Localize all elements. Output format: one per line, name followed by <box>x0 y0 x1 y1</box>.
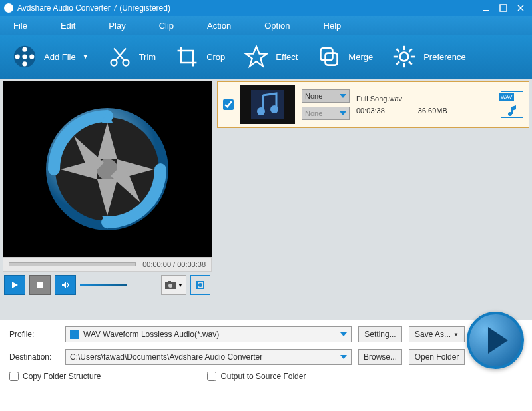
file-name: Full Song.wav <box>356 95 494 103</box>
merge-label: Merge <box>348 52 373 62</box>
music-note-icon <box>251 90 284 119</box>
toolbar: Add File ▼ Trim Crop Effect Merge Prefer… <box>0 35 532 79</box>
menu-play[interactable]: Play <box>109 21 125 31</box>
player-controls: ▼ <box>3 272 212 298</box>
camera-icon <box>164 280 176 290</box>
chevron-down-icon <box>340 332 347 336</box>
chevron-down-icon <box>340 94 346 98</box>
svg-point-17 <box>400 53 409 61</box>
svg-rect-1 <box>500 5 507 11</box>
crop-label: Crop <box>206 52 225 62</box>
trim-button[interactable]: Trim <box>107 44 156 69</box>
timeline[interactable]: 00:00:00 / 00:03:38 <box>3 257 212 272</box>
format-badge: WAV <box>499 93 514 101</box>
output-source-input[interactable] <box>207 372 216 381</box>
crop-button[interactable]: Crop <box>174 44 225 69</box>
preview-video <box>3 81 212 257</box>
gear-icon <box>392 44 417 69</box>
svg-point-7 <box>22 61 27 66</box>
volume-button[interactable] <box>55 275 76 295</box>
preference-button[interactable]: Preference <box>392 44 466 69</box>
menu-clip[interactable]: Clip <box>159 21 174 31</box>
file-duration: 00:03:38 <box>356 107 385 115</box>
effect-button[interactable]: Effect <box>244 44 298 69</box>
app-icon <box>4 3 13 13</box>
profile-label: Profile: <box>9 330 59 339</box>
menu-bar: File Edit Play Clip Action Option Help <box>0 16 532 35</box>
preview-pane: 00:00:00 / 00:03:38 ▼ <box>0 79 214 320</box>
menu-edit[interactable]: Edit <box>61 21 75 31</box>
profile-select[interactable]: WAV Waveform Lossless Audio(*.wav) <box>65 326 352 342</box>
file-list-pane: None None Full Song.wav 00:03:38 36.69MB… <box>214 79 532 320</box>
copy-folder-input[interactable] <box>9 372 19 381</box>
setting-label: Setting... <box>364 330 396 339</box>
maximize-button[interactable] <box>496 3 511 13</box>
content-area: 00:00:00 / 00:03:38 ▼ <box>0 79 532 320</box>
copy-folder-checkbox[interactable]: Copy Folder Structure <box>9 372 101 381</box>
output-source-label: Output to Source Folder <box>220 372 306 381</box>
svg-line-24 <box>409 49 412 52</box>
svg-marker-14 <box>246 47 267 67</box>
star-icon <box>244 44 269 69</box>
svg-point-8 <box>15 54 20 59</box>
chevron-down-icon: ▼ <box>453 332 459 338</box>
browse-button[interactable]: Browse... <box>358 349 402 365</box>
minimize-button[interactable] <box>479 3 493 13</box>
preference-label: Preference <box>423 52 466 62</box>
file-option-dropdown-1[interactable]: None <box>302 89 350 103</box>
scissors-icon <box>107 44 133 69</box>
bottom-panel: Profile: WAV Waveform Lossless Audio(*.w… <box>0 320 532 385</box>
play-button[interactable] <box>4 275 25 295</box>
add-file-label: Add File <box>44 52 76 62</box>
svg-point-10 <box>111 60 117 66</box>
volume-slider[interactable] <box>80 284 127 286</box>
file-row[interactable]: None None Full Song.wav 00:03:38 36.69MB… <box>217 81 529 128</box>
svg-line-12 <box>115 48 125 60</box>
destination-select[interactable]: C:\Users\fawad\Documents\Avdshare Audio … <box>65 349 352 365</box>
setting-button[interactable]: Setting... <box>358 326 402 342</box>
fullscreen-button[interactable] <box>190 275 210 295</box>
convert-button[interactable] <box>467 312 524 369</box>
svg-rect-32 <box>37 282 43 288</box>
svg-marker-33 <box>62 282 66 288</box>
stop-button[interactable] <box>29 275 51 295</box>
profile-value: WAV Waveform Lossless Audio(*.wav) <box>83 330 219 339</box>
file-checkbox[interactable] <box>223 99 234 110</box>
title-bar: Avdshare Audio Converter 7 (Unregistered… <box>0 0 532 16</box>
add-file-button[interactable]: Add File ▼ <box>12 44 89 69</box>
film-reel-icon <box>12 44 37 69</box>
chevron-down-icon: ▼ <box>83 53 89 60</box>
close-button[interactable] <box>513 3 528 13</box>
menu-action[interactable]: Action <box>207 21 231 31</box>
menu-file[interactable]: File <box>13 21 27 31</box>
play-triangle-icon <box>488 327 508 354</box>
svg-marker-31 <box>12 282 18 288</box>
seek-bar[interactable] <box>9 262 136 266</box>
trim-label: Trim <box>139 52 156 62</box>
save-as-button[interactable]: Save As...▼ <box>409 326 465 342</box>
svg-point-6 <box>22 47 27 52</box>
audio-file-icon <box>505 104 519 117</box>
svg-rect-0 <box>483 10 489 11</box>
svg-line-13 <box>114 48 124 60</box>
svg-point-35 <box>168 284 172 288</box>
snapshot-button[interactable]: ▼ <box>161 275 186 295</box>
merge-button[interactable]: Merge <box>316 44 373 69</box>
browse-label: Browse... <box>364 352 397 362</box>
output-source-checkbox[interactable]: Output to Source Folder <box>207 372 306 381</box>
crop-icon <box>174 44 200 69</box>
svg-point-5 <box>22 54 27 59</box>
format-icon: WAV <box>501 91 523 118</box>
dd2-label: None <box>305 109 322 117</box>
merge-icon <box>316 44 342 69</box>
time-display: 00:00:00 / 00:03:38 <box>142 260 206 268</box>
file-option-dropdown-2[interactable]: None <box>302 107 350 120</box>
svg-line-22 <box>397 49 400 52</box>
effect-label: Effect <box>276 52 298 62</box>
file-size: 36.69MB <box>418 107 447 115</box>
svg-line-25 <box>397 61 400 65</box>
menu-help[interactable]: Help <box>324 21 342 31</box>
open-folder-button[interactable]: Open Folder <box>409 349 465 365</box>
destination-value: C:\Users\fawad\Documents\Avdshare Audio … <box>70 352 262 362</box>
menu-option[interactable]: Option <box>264 21 290 31</box>
